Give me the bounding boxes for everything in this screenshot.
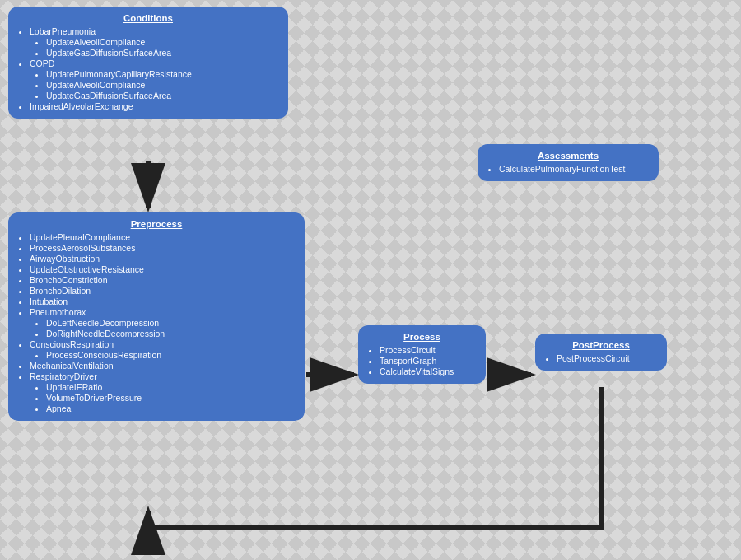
- list-item: PostProcessCircuit: [557, 353, 659, 363]
- list-item: UpdatePulmonaryCapillaryResistance: [46, 69, 280, 79]
- preprocess-box: Preprocess UpdatePleuralCompliance Proce…: [8, 212, 305, 421]
- list-item: AirwayObstruction: [30, 254, 296, 264]
- conditions-list: LobarPneumonia UpdateAlveoliCompliance U…: [16, 26, 280, 111]
- list-item: TansportGraph: [380, 356, 478, 366]
- list-item: DoRightNeedleDecompression: [46, 329, 296, 338]
- list-item: ProcessAerosolSubstances: [30, 243, 296, 253]
- list-item: ConsciousRespiration ProcessConsciousRes…: [30, 339, 296, 360]
- list-item: RespiratoryDriver UpdateIERatio VolumeTo…: [30, 371, 296, 413]
- list-item: ImpairedAlveolarExchange: [30, 101, 280, 111]
- conditions-title: Conditions: [16, 13, 280, 23]
- postprocess-list: PostProcessCircuit: [543, 353, 659, 363]
- process-list: ProcessCircuit TansportGraph CalculateVi…: [366, 345, 478, 376]
- list-item: ProcessConsciousRespiration: [46, 350, 296, 360]
- list-item: UpdateAlveoliCompliance: [46, 80, 280, 90]
- postprocess-box: PostProcess PostProcessCircuit: [535, 334, 667, 371]
- preprocess-title: Preprocess: [16, 219, 296, 229]
- list-item: UpdatePleuralCompliance: [30, 232, 296, 242]
- list-item: Apnea: [46, 404, 296, 413]
- postprocess-title: PostProcess: [543, 340, 659, 350]
- preprocess-list: UpdatePleuralCompliance ProcessAerosolSu…: [16, 232, 296, 413]
- process-box: Process ProcessCircuit TansportGraph Cal…: [358, 325, 486, 384]
- list-item: LobarPneumonia UpdateAlveoliCompliance U…: [30, 26, 280, 58]
- list-item: DoLeftNeedleDecompression: [46, 318, 296, 328]
- list-item: UpdateGasDiffusionSurfaceArea: [46, 91, 280, 100]
- list-item: COPD UpdatePulmonaryCapillaryResistance …: [30, 58, 280, 100]
- conditions-box: Conditions LobarPneumonia UpdateAlveoliC…: [8, 7, 288, 119]
- list-item: Pneumothorax DoLeftNeedleDecompression D…: [30, 307, 296, 338]
- assessments-list: CalculatePulmonaryFunctionTest: [486, 164, 650, 174]
- assessments-title: Assessments: [486, 151, 650, 161]
- list-item: BronchoDilation: [30, 286, 296, 296]
- list-item: BronchoConstriction: [30, 275, 296, 285]
- process-title: Process: [366, 332, 478, 342]
- list-item: UpdateGasDiffusionSurfaceArea: [46, 48, 280, 58]
- list-item: ProcessCircuit: [380, 345, 478, 355]
- list-item: Intubation: [30, 296, 296, 306]
- list-item: CalculatePulmonaryFunctionTest: [499, 164, 650, 174]
- list-item: MechanicalVentilation: [30, 361, 296, 371]
- list-item: UpdateIERatio: [46, 382, 296, 392]
- assessments-box: Assessments CalculatePulmonaryFunctionTe…: [478, 144, 659, 181]
- list-item: CalculateVitalSigns: [380, 366, 478, 376]
- list-item: UpdateObstructiveResistance: [30, 264, 296, 274]
- list-item: UpdateAlveoliCompliance: [46, 37, 280, 47]
- list-item: VolumeToDriverPressure: [46, 393, 296, 403]
